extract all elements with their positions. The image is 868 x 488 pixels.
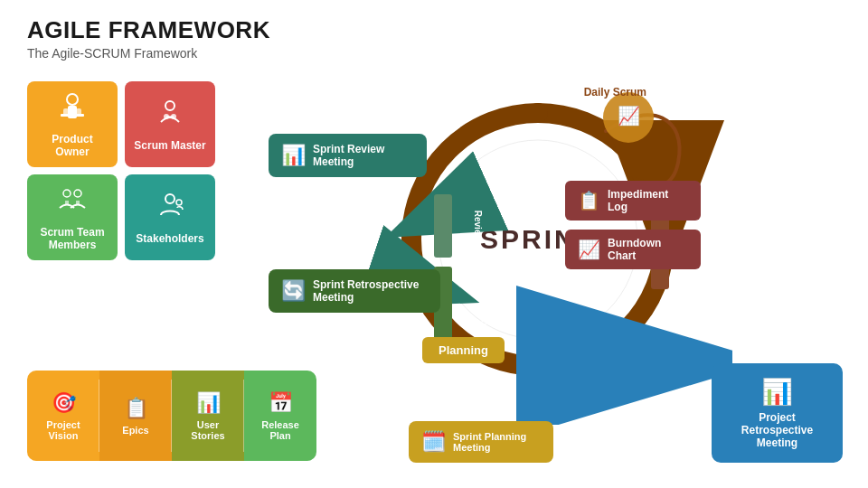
- svg-point-10: [165, 194, 175, 203]
- scrum-master-label: Scrum Master: [134, 139, 205, 152]
- card-stakeholders: Stakeholders: [125, 174, 215, 260]
- project-vision-label: Project Vision: [34, 419, 92, 441]
- sprint-planning-label: Sprint Planning Meeting: [453, 431, 541, 453]
- sprint-review-label: Sprint Review Meeting: [313, 143, 414, 168]
- scrum-team-label: Scrum Team Members: [34, 226, 110, 251]
- release-plan-icon: 📅: [269, 391, 293, 415]
- project-retro-icon: 📊: [761, 377, 793, 407]
- sprint-planning-icon: 🗓️: [421, 430, 446, 454]
- flow-release-plan: 📅 Release Plan: [244, 371, 316, 461]
- svg-point-8: [63, 190, 71, 197]
- card-product-owner: Product Owner: [27, 81, 118, 167]
- burndown-label: Burndown Chart: [608, 237, 688, 262]
- card-scrum-master: Scrum Master: [125, 81, 215, 167]
- svg-text:Retrospect: Retrospect: [479, 281, 489, 329]
- epics-label: Epics: [122, 425, 148, 436]
- flow-project-vision: 🎯 Project Vision: [27, 371, 99, 461]
- project-retro-label: Project Retrospective Meeting: [726, 411, 828, 449]
- svg-point-5: [165, 101, 175, 110]
- product-owner-label: Product Owner: [34, 133, 110, 158]
- user-stories-label: User Stories: [179, 419, 237, 441]
- svg-point-11: [176, 200, 182, 205]
- sprint-retro-icon: 🔄: [281, 279, 306, 303]
- sprint-review-meeting-box: 📊 Sprint Review Meeting: [269, 134, 427, 177]
- right-outputs: 📋 Impediment Log 📈 Burndown Chart: [565, 181, 701, 269]
- scrum-team-icon: [56, 183, 89, 221]
- release-plan-label: Release Plan: [251, 419, 309, 441]
- svg-text:Review: Review: [473, 211, 483, 242]
- impediment-log-card: 📋 Impediment Log: [565, 181, 701, 221]
- card-scrum-team: Scrum Team Members: [27, 174, 118, 260]
- page-subtitle: The Agile-SCRUM Framework: [27, 46, 841, 61]
- planning-box: Planning: [422, 337, 505, 363]
- svg-rect-4: [68, 106, 77, 118]
- daily-scrum-label: Daily Scrum: [584, 86, 646, 99]
- svg-text:📈: 📈: [618, 105, 640, 127]
- burndown-icon: 📈: [578, 239, 600, 260]
- stakeholders-icon: [154, 190, 186, 227]
- epics-icon: 📋: [124, 397, 148, 420]
- svg-point-0: [67, 94, 78, 105]
- scrum-master-icon: [154, 97, 186, 134]
- impediment-label: Impediment Log: [608, 188, 688, 213]
- stakeholders-label: Stakeholders: [136, 232, 203, 245]
- page-title: AGILE FRAMEWORK: [27, 16, 841, 44]
- burndown-chart-card: 📈 Burndown Chart: [565, 230, 701, 269]
- planning-label: Planning: [439, 343, 488, 357]
- sprint-review-icon: 📊: [281, 144, 306, 167]
- sprint-planning-box: 🗓️ Sprint Planning Meeting: [409, 421, 553, 463]
- product-owner-icon: [56, 90, 89, 127]
- svg-point-9: [74, 190, 81, 197]
- sprint-retro-label: Sprint Retrospective Meeting: [313, 278, 428, 304]
- flow-user-stories: 📊 User Stories: [172, 371, 244, 461]
- user-stories-icon: 📊: [196, 391, 221, 415]
- flow-epics: 📋 Epics: [99, 371, 172, 461]
- product-flow: 🎯 Project Vision 📋 Epics 📊 User Stories …: [27, 371, 316, 461]
- impediment-icon: 📋: [578, 190, 600, 211]
- svg-text:Implementation: Implementation: [708, 206, 718, 273]
- project-retro-card: 📊 Project Retrospective Meeting: [712, 363, 843, 463]
- sprint-retro-meeting-box: 🔄 Sprint Retrospective Meeting: [269, 269, 440, 313]
- svg-rect-14: [434, 194, 452, 258]
- team-cards: Product Owner Scrum Master Scrum: [27, 81, 215, 260]
- header: AGILE FRAMEWORK The Agile-SCRUM Framewor…: [0, 0, 868, 64]
- project-vision-icon: 🎯: [52, 391, 76, 415]
